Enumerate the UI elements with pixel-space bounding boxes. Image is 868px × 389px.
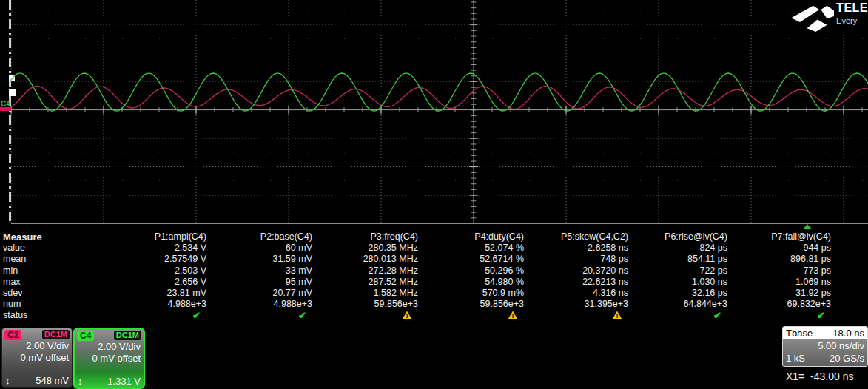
- timebase-label: Tbase: [786, 327, 813, 339]
- measure-value-p5: -2.6258 ns: [525, 243, 630, 254]
- measure-status-p5: !: [525, 310, 630, 322]
- channel-badge-c2: C2: [4, 330, 21, 340]
- cursor-intersect-marker-c2: [9, 89, 16, 96]
- timebase-delay: 18.0 ns: [832, 327, 864, 339]
- measure-value-p6: 824 ps: [630, 243, 729, 254]
- teledyne-logo-icon: [790, 1, 834, 33]
- channel-descriptor-c4[interactable]: C4 DC1M 2.00 V/div 0 mV offset ↕ 1.331 V: [73, 328, 145, 389]
- status-pass-icon: ✔: [713, 310, 721, 321]
- measure-max-p7: 1.069 ns: [729, 277, 832, 288]
- measure-mean-p7: 896.81 ps: [729, 254, 832, 265]
- measure-max-p1: 2.656 V: [87, 277, 208, 288]
- measure-row-label-min: min: [0, 265, 87, 277]
- measure-num-p6: 64.844e+3: [630, 299, 729, 310]
- measure-max-p5: 22.6213 ns: [525, 277, 630, 288]
- measure-value-p2: 60 mV: [208, 243, 314, 254]
- measure-sdev-p2: 20.77 mV: [208, 288, 314, 299]
- measure-status-p3: !: [314, 310, 420, 322]
- coupling-badge-c2: DC1M: [42, 330, 70, 339]
- waveform-c2: [10, 87, 868, 109]
- measure-status-p2: ✔: [208, 310, 314, 322]
- measure-mean-p4: 52.6714 %: [420, 254, 525, 265]
- measure-num-p3: 59.856e+3: [314, 299, 420, 310]
- measure-row-label-num: num: [0, 299, 87, 310]
- status-warning-icon: !: [612, 311, 622, 319]
- measure-value-p7: 944 ps: [729, 243, 832, 254]
- measure-value-p3: 280.35 MHz: [314, 243, 420, 254]
- timebase-descriptor[interactable]: Tbase 18.0 ns 5.00 ns/div 1 kS 20 GS/s: [782, 326, 868, 367]
- status-warning-icon: !: [508, 311, 518, 319]
- measure-header-p3[interactable]: P3:freq(C4): [314, 231, 420, 243]
- measure-sdev-p5: 4.316 ns: [525, 288, 630, 299]
- measure-num-p4: 59.856e+3: [420, 299, 525, 310]
- measure-min-p3: 272.28 MHz: [314, 265, 420, 277]
- coupling-badge-c4: DC1M: [114, 331, 141, 340]
- cursor-x1-readout: X1= -43.00 ns: [786, 371, 853, 382]
- measure-min-p7: 773 ps: [729, 265, 832, 277]
- graticule: C4: [0, 0, 868, 231]
- measure-max-p2: 95 mV: [208, 277, 314, 288]
- measure-num-p2: 4.988e+3: [208, 299, 314, 310]
- channel-offset-c2: 0 mV offset: [2, 352, 72, 364]
- measure-min-p5: -20.3720 ns: [525, 265, 630, 277]
- timebase-rate: 20 GS/s: [830, 352, 864, 365]
- measure-min-p4: 50.296 %: [420, 265, 525, 277]
- cursor-x1-value: -43.00 ns: [810, 371, 853, 382]
- status-pass-icon: ✔: [298, 310, 306, 321]
- status-warning-icon: !: [402, 311, 412, 319]
- timebase-scale: 5.00 ns/div: [783, 339, 867, 352]
- measure-value-p4: 52.074 %: [420, 243, 525, 254]
- measure-num-p5: 31.395e+3: [525, 299, 630, 310]
- measure-row-label-status: status: [0, 310, 87, 322]
- c4-zero-marker[interactable]: C4: [1, 100, 10, 108]
- measure-min-p1: 2.503 V: [87, 265, 208, 277]
- measure-num-p7: 69.832e+3: [729, 299, 832, 310]
- channel-scale-c2: 2.00 V/div: [2, 340, 72, 352]
- measure-header-p2[interactable]: P2:base(C4): [208, 231, 314, 243]
- status-pass-icon: ✔: [817, 310, 825, 321]
- measure-sdev-p7: 31.92 ps: [729, 288, 832, 299]
- measure-max-p6: 1.030 ns: [630, 277, 729, 288]
- measure-max-p4: 54.980 %: [420, 277, 525, 288]
- teledyne-lecroy-logo: TELE Every: [790, 1, 868, 34]
- cursor-x1-label: X1=: [786, 371, 804, 382]
- channel-offset-c4: 0 mV offset: [75, 353, 144, 365]
- measure-row-label-value: value: [0, 243, 87, 254]
- logo-text-line1: TELE: [836, 1, 868, 15]
- trigger-position-marker[interactable]: [803, 224, 812, 229]
- measure-mean-p6: 854.11 ps: [630, 254, 729, 265]
- measure-row-label-sdev: sdev: [0, 288, 87, 299]
- measure-mean-p3: 280.013 MHz: [314, 254, 420, 265]
- measure-status-p4: !: [420, 310, 525, 322]
- measure-mean-p5: 748 ps: [525, 254, 630, 265]
- channel-reading-c2: 548 mV: [36, 375, 69, 386]
- offset-marker-icon: ↕: [5, 376, 10, 386]
- offset-marker-icon: ↕: [78, 376, 83, 387]
- measure-header-p5[interactable]: P5:skew(C4,C2): [525, 231, 630, 243]
- channel-descriptor-c2[interactable]: C2 DC1M 2.00 V/div 0 mV offset ↕ 548 mV: [1, 328, 73, 388]
- measure-value-p1: 2.534 V: [87, 243, 208, 254]
- status-pass-icon: ✔: [192, 310, 201, 321]
- measure-table-title: Measure: [0, 231, 87, 243]
- waveform-display[interactable]: C4: [0, 0, 868, 231]
- measure-header-p7[interactable]: P7:fall@lv(C4): [729, 231, 832, 243]
- channel-scale-c4: 2.00 V/div: [75, 341, 144, 353]
- measure-mean-p2: 31.59 mV: [208, 254, 314, 265]
- measure-status-p7: ✔: [729, 310, 832, 322]
- measure-sdev-p6: 32.16 ps: [630, 288, 729, 299]
- measure-max-p3: 287.52 MHz: [314, 277, 420, 288]
- channel-badge-c4: C4: [77, 331, 94, 341]
- measure-table: MeasureP1:ampl(C4)P2:base(C4)P3:freq(C4)…: [0, 231, 868, 322]
- measure-num-p1: 4.988e+3: [87, 299, 208, 310]
- measure-header-p4[interactable]: P4:duty(C4): [420, 231, 525, 243]
- measure-header-p1[interactable]: P1:ampl(C4): [87, 231, 208, 243]
- measure-sdev-p3: 1.582 MHz: [314, 288, 420, 299]
- measure-min-p6: 722 ps: [630, 265, 729, 277]
- measure-header-p6[interactable]: P6:rise@lv(C4): [630, 231, 729, 243]
- measure-sdev-p4: 570.9 m%: [420, 288, 525, 299]
- measure-sdev-p1: 23.81 mV: [87, 288, 208, 299]
- logo-text-line2: Every: [836, 16, 868, 25]
- measure-row-label-mean: mean: [0, 254, 87, 265]
- measure-status-p1: ✔: [87, 310, 208, 322]
- measure-min-p2: -33 mV: [208, 265, 314, 277]
